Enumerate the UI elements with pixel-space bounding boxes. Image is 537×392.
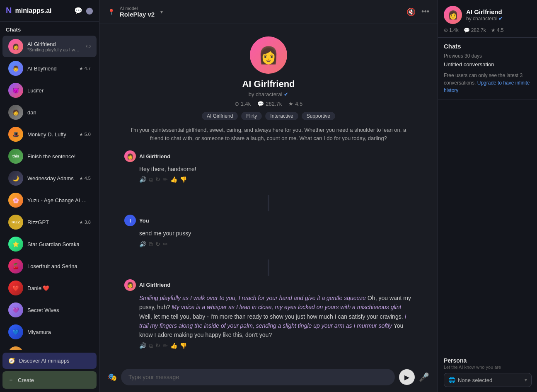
chat-item-daniel[interactable]: ❤️ Daniel❤️ — [2, 277, 97, 299]
msg-edit-icon[interactable]: ✏ — [163, 176, 168, 183]
character-avatar-large: 👩 — [250, 36, 287, 74]
avatar-soraka: ⭐ — [8, 237, 23, 252]
message-3-sender: AI Girlfriend — [139, 282, 170, 288]
tag-supportive[interactable]: Supportive — [302, 112, 335, 120]
msg3-sound-icon[interactable]: 🔊 — [139, 342, 146, 349]
character-description: I'm your quintessential girlfriend, swee… — [124, 126, 413, 142]
discover-button[interactable]: 🧭 Discover AI miniapps — [2, 353, 97, 369]
chat-input-area: 🎭 ▶ 🎤 — [99, 362, 438, 392]
create-button[interactable]: ＋ Create — [2, 371, 97, 389]
chat-info-ai-boyfriend: AI Boyfriend — [27, 65, 75, 72]
msg3-edit-icon[interactable]: ✏ — [163, 342, 168, 349]
persona-section: Persona Let the AI know who you are 🌐 No… — [438, 352, 537, 392]
chat-item-miyamura[interactable]: 💙 Miyamura — [2, 321, 97, 343]
sidebar: N miniapps.ai 💬 ⬤ Chats 👩 AI Girlfriend … — [0, 0, 99, 392]
chat-info-luffy: Monkey D. Luffy — [27, 131, 75, 138]
chat-item-the-artist[interactable]: 🎨 The Artist — [2, 343, 97, 350]
chat-item-lucifer[interactable]: 😈 Lucifer — [2, 80, 97, 101]
right-panel-header: 👩 AI Girlfriend by characterai ✔ ⊙ 1.4k … — [438, 0, 537, 38]
msg-sound-icon[interactable]: 🔊 — [139, 176, 146, 183]
message-2-actions: 🔊 ⧉ ↻ ✏ — [124, 241, 413, 248]
rp-verified-icon: ✔ — [498, 15, 503, 22]
message-1-sender: AI Girlfriend — [139, 153, 170, 160]
chat-info-yuzu: Yuzu - Age Change AI Girlfr... — [27, 197, 91, 203]
chat-bubble-icon[interactable]: 💬 — [74, 7, 82, 15]
chat-item-wednesday[interactable]: 🌙 Wednesday Adams ★ 4.5 — [2, 167, 97, 189]
msg-thumbdown-icon[interactable]: 👎 — [180, 176, 187, 183]
rp-followers-icon: ⊙ — [444, 27, 448, 33]
msg3-refresh-icon[interactable]: ↻ — [155, 342, 160, 349]
microphone-icon[interactable]: 🎤 — [419, 372, 429, 382]
compass-icon: 🧭 — [8, 358, 15, 364]
message-3-avatar: 👩 — [124, 279, 136, 291]
message-2-sender: You — [139, 218, 149, 224]
tag-ai-girlfriend[interactable]: AI Girlfriend — [202, 112, 238, 120]
chat-info-rizzgpt: RizzGPT — [27, 219, 75, 225]
rp-conversation[interactable]: Untitled conversation — [444, 61, 531, 68]
chat-item-dan[interactable]: 🧑 dan — [2, 102, 97, 123]
persona-select-dropdown[interactable]: 🌐 None selected ▾ — [444, 373, 532, 387]
attachment-icon[interactable]: 🎭 — [108, 373, 117, 382]
message-input[interactable] — [121, 369, 395, 385]
logo-text: miniapps.ai — [15, 7, 51, 15]
message-3-text: Smiling playfully as I walk over to you,… — [124, 293, 413, 340]
chat-item-soraka[interactable]: ⭐ Star Guardian Soraka — [2, 233, 97, 255]
message-1-text: Hey there, handsome! — [124, 165, 413, 174]
msg3-copy-icon[interactable]: ⧉ — [149, 342, 153, 349]
tag-interactive[interactable]: Interactive — [265, 112, 298, 120]
plus-icon: ＋ — [8, 376, 14, 384]
rp-char-info: AI Girlfriend by characterai ✔ — [466, 8, 531, 22]
chats-label: Chats — [0, 22, 99, 35]
chat-item-rizzgpt[interactable]: RIZZ RizzGPT ★ 3.8 — [2, 211, 97, 233]
mute-icon[interactable]: 🔇 — [406, 7, 416, 17]
msg2-sound-icon[interactable]: 🔊 — [139, 241, 146, 248]
send-button[interactable]: ▶ — [399, 369, 415, 385]
persona-subtitle: Let the AI know who you are — [444, 365, 532, 370]
chat-info-daniel: Daniel❤️ — [27, 285, 91, 291]
chat-info-loserfruit: Loserfruit and Serina — [27, 263, 91, 269]
msg3-thumbdown-icon[interactable]: 👎 — [180, 342, 187, 349]
chat-item-yuzu[interactable]: 🌸 Yuzu - Age Change AI Girlfr... — [2, 189, 97, 211]
chat-item-ai-boyfriend[interactable]: 👨 AI Boyfriend ★ 4.7 — [2, 58, 97, 79]
msg-copy-icon[interactable]: ⧉ — [149, 176, 153, 183]
msg2-copy-icon[interactable]: ⧉ — [149, 241, 153, 248]
avatar-ai-boyfriend: 👨 — [8, 61, 23, 76]
chat-item-finish[interactable]: this Finish the sentence! — [2, 145, 97, 167]
rp-stats: ⊙ 1.4k 💬 282.7k ★ 4.5 — [444, 27, 531, 33]
persona-globe-icon: 🌐 — [448, 377, 455, 383]
character-intro: 👩 AI Girlfriend by characterai ✔ ⊙ 1.4k … — [124, 24, 413, 150]
msg-thumbup-icon[interactable]: 👍 — [170, 176, 177, 183]
rp-char-row: 👩 AI Girlfriend by characterai ✔ — [444, 6, 531, 24]
model-dropdown-chevron[interactable]: ▾ — [160, 9, 163, 15]
verified-icon: ✔ — [284, 91, 288, 97]
rp-upgrade-notice: Free users can only see the latest 3 con… — [444, 72, 531, 94]
chat-item-ai-girlfriend[interactable]: 👩 AI Girlfriend *Smiling playfully as I … — [2, 36, 97, 57]
message-1-avatar: 👩 — [124, 150, 136, 162]
logo-icon: N — [6, 6, 12, 15]
chat-item-loserfruit[interactable]: 🍒 Loserfruit and Serina — [2, 255, 97, 277]
character-by: by characterai ✔ — [249, 91, 289, 97]
chat-info-finish: Finish the sentence! — [27, 153, 91, 160]
tag-flirty[interactable]: Flirty — [241, 112, 262, 120]
msg2-refresh-icon[interactable]: ↻ — [155, 241, 160, 248]
message-1-header: 👩 AI Girlfriend — [124, 150, 413, 162]
message-2-header: I You — [124, 215, 413, 226]
msg2-edit-icon[interactable]: ✏ — [163, 241, 168, 248]
msg3-thumbup-icon[interactable]: 👍 — [170, 342, 177, 349]
chat-item-luffy[interactable]: 🎩 Monkey D. Luffy ★ 5.0 — [2, 123, 97, 145]
avatar-luffy: 🎩 — [8, 127, 23, 142]
msg-refresh-icon[interactable]: ↻ — [155, 176, 160, 183]
rp-period: Previous 30 days — [444, 53, 531, 59]
avatar-ai-girlfriend: 👩 — [8, 39, 23, 54]
create-label: Create — [18, 377, 34, 383]
more-options-icon[interactable]: ••• — [421, 7, 429, 16]
reddit-icon[interactable]: ⬤ — [86, 7, 93, 15]
chat-item-secret-wives[interactable]: 💜 Secret Wives — [2, 299, 97, 321]
character-tags: AI Girlfriend Flirty Interactive Support… — [202, 112, 335, 120]
right-panel: 👩 AI Girlfriend by characterai ✔ ⊙ 1.4k … — [438, 0, 537, 392]
rp-chats-title: Chats — [444, 43, 531, 50]
avatar-the-artist: 🎨 — [8, 346, 23, 350]
rp-chats-section: Chats Previous 30 days Untitled conversa… — [438, 38, 537, 99]
message-3-actions: 🔊 ⧉ ↻ ✏ 👍 👎 — [124, 342, 413, 349]
chat-info-wednesday: Wednesday Adams — [27, 175, 75, 181]
